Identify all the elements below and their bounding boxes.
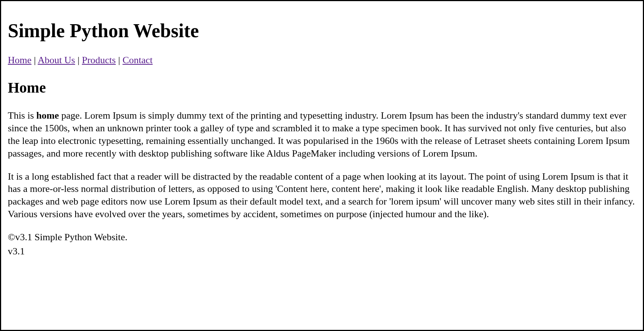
intro-paragraph-1: This is home page. Lorem Ipsum is simply…	[8, 109, 636, 160]
intro-bold-word: home	[36, 110, 59, 121]
nav-separator: |	[32, 55, 38, 65]
nav-separator: |	[116, 55, 122, 65]
nav-link-home[interactable]: Home	[8, 55, 32, 65]
nav-link-about[interactable]: About Us	[38, 55, 75, 65]
main-nav: Home | About Us | Products | Contact	[8, 54, 636, 67]
nav-separator: |	[75, 55, 82, 65]
intro-rest: page. Lorem Ipsum is simply dummy text o…	[8, 110, 630, 158]
intro-prefix: This is	[8, 110, 36, 121]
nav-link-contact[interactable]: Contact	[122, 55, 153, 65]
footer-version: v3.1	[8, 245, 636, 258]
intro-paragraph-2: It is a long established fact that a rea…	[8, 170, 636, 221]
page-title: Simple Python Website	[8, 18, 636, 44]
nav-link-products[interactable]: Products	[82, 55, 116, 65]
section-heading: Home	[8, 78, 636, 97]
footer-copyright: ©v3.1 Simple Python Website.	[8, 231, 636, 244]
